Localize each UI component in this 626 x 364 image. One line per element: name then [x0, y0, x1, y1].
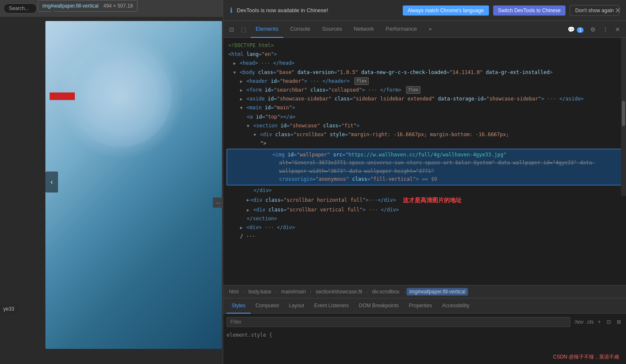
tab-properties[interactable]: Properties	[404, 298, 437, 314]
highlighted-img-element[interactable]: <img id="wallpaper" src="https://w.wallh…	[227, 149, 623, 185]
tree-line[interactable]: <a id="top"></a>	[225, 113, 624, 121]
filter-input[interactable]	[227, 317, 571, 327]
breadcrumb-item-html[interactable]: html	[227, 288, 241, 295]
tree-line[interactable]: <html lang="en">	[225, 50, 624, 59]
tooltip-selector: img#wallpaper.fill-vertical	[42, 3, 98, 9]
tab-computed[interactable]: Computed	[251, 298, 284, 314]
settings-icon: ⚙	[590, 26, 596, 33]
more-options-button[interactable]: ···	[213, 198, 223, 208]
tab-elements[interactable]: Elements	[251, 21, 283, 38]
messages-icon: 💬	[568, 26, 575, 33]
filter-cls[interactable]: .cls	[586, 319, 594, 325]
devtools-panel: ℹ DevTools is now available in Chinese! …	[223, 0, 626, 364]
filter-bar: :hov .cls + ⊡ ⊞	[227, 317, 623, 327]
element-tooltip: img#wallpaper.fill-vertical 494 × 507.18	[38, 0, 137, 12]
toggle-button-2[interactable]: ⊞	[615, 318, 623, 326]
tree-line[interactable]: ▼ <section id="showcase" class="fit">	[225, 121, 624, 130]
search-box[interactable]: Search...	[3, 3, 37, 13]
dont-show-again-button[interactable]: Don't show again	[570, 5, 619, 16]
device-icon: ⬚	[241, 26, 246, 33]
tab-event-listeners[interactable]: Event Listeners	[309, 298, 354, 314]
filter-controls: :hov .cls + ⊡ ⊞	[574, 318, 623, 326]
tree-line[interactable]: </div>	[225, 186, 624, 195]
breadcrumb-bar: html › body.base › main#main › section#s…	[223, 285, 626, 298]
tree-line[interactable]: ▶ <header id="header"> ··· </header> fle…	[225, 77, 624, 86]
html-tree[interactable]: <!DOCTYPE html> <html lang="en"> ▶ <head…	[223, 38, 626, 285]
doctype-comment: <!DOCTYPE html>	[228, 42, 274, 48]
tab-console[interactable]: Console	[285, 21, 315, 38]
tree-line[interactable]: <!DOCTYPE html>	[225, 41, 624, 50]
nav-prev-button[interactable]: ‹	[45, 171, 58, 193]
notification-bar: ℹ DevTools is now available in Chinese! …	[223, 0, 626, 21]
messages-badge: 1	[577, 27, 584, 33]
wallpaper-preview	[45, 21, 222, 349]
tab-performance[interactable]: Performance	[380, 21, 422, 38]
tree-line[interactable]: ">	[225, 139, 624, 148]
tree-line[interactable]: ▼ <body class="base" data-version="1.0.5…	[225, 68, 624, 77]
tree-line[interactable]: ▼ <div class="scrollbox" style="margin-r…	[225, 130, 624, 139]
breadcrumb-item-img[interactable]: img#wallpaper.fill-vertical	[407, 288, 468, 295]
notification-close-button[interactable]: ✕	[615, 6, 621, 15]
tree-scrollbar-thumb[interactable]	[622, 101, 625, 126]
breadcrumb-item-body[interactable]: body.base	[246, 288, 274, 295]
more-icon: ⋮	[602, 26, 608, 33]
element-style-text: element.style {	[227, 330, 623, 340]
breadcrumb-item-section[interactable]: section#showcase.fit	[313, 288, 365, 295]
csdn-watermark: CSDN @辣子不辣，英语不难	[553, 353, 619, 361]
tooltip-dimensions: 494 × 507.18	[103, 3, 133, 9]
tree-line[interactable]: ▶ <aside id="showcase-sidebar" class="si…	[225, 95, 624, 103]
breadcrumb-item-div[interactable]: div.scrollbox	[370, 288, 402, 295]
tree-line[interactable]: ▶ <head> ··· </head>	[225, 59, 624, 68]
close-icon: ✕	[615, 26, 620, 33]
red-bar-element	[50, 92, 75, 100]
device-toolbar-button[interactable]: ⬚	[238, 24, 249, 34]
messages-button[interactable]: 💬 1	[565, 24, 586, 34]
tree-line[interactable]: ▶ <div> ··· </div>	[225, 223, 624, 232]
app-container: Search... img#wallpaper.fill-vertical 49…	[0, 0, 626, 364]
html-tag: <html lang="en">	[228, 51, 277, 57]
info-icon: ℹ	[230, 6, 232, 14]
tab-layout[interactable]: Layout	[284, 298, 309, 314]
devtools-close-button[interactable]: ✕	[613, 24, 623, 34]
tab-styles[interactable]: Styles	[227, 298, 251, 314]
styles-tabs: Styles Computed Layout Event Listeners D…	[223, 298, 626, 314]
annotation-text: 这才是高清图片的地址	[403, 195, 462, 205]
settings-button[interactable]: ⚙	[588, 24, 598, 34]
filter-hov[interactable]: :hov	[574, 319, 584, 325]
toggle-button-1[interactable]: ⊡	[605, 318, 613, 326]
tree-line[interactable]: ▶ <div class="scrollbar vertical full"> …	[225, 206, 624, 214]
breadcrumb-item-main[interactable]: main#main	[279, 288, 309, 295]
notification-text: DevTools is now available in Chinese!	[237, 7, 399, 13]
tab-network[interactable]: Network	[349, 21, 379, 38]
tab-sources[interactable]: Sources	[317, 21, 347, 38]
devtools-header: ⊡ ⬚ Elements Console Sources Network Per…	[223, 21, 626, 38]
tree-line[interactable]: ▼ <main id="main">	[225, 103, 624, 112]
tree-line[interactable]: ▶ <form id="searchbar" class="collapsed"…	[225, 86, 624, 95]
tab-accessibility[interactable]: Accessibility	[437, 298, 474, 314]
more-menu-button[interactable]: ⋮	[600, 24, 611, 34]
browser-area: Search... img#wallpaper.fill-vertical 49…	[0, 0, 223, 364]
tab-dom-breakpoints[interactable]: DOM Breakpoints	[354, 298, 404, 314]
tree-line[interactable]: / ···	[225, 232, 624, 241]
add-style-button[interactable]: +	[596, 318, 602, 326]
switch-chinese-button[interactable]: Switch DevTools to Chinese	[493, 5, 566, 16]
tab-more[interactable]: »	[424, 21, 437, 38]
match-language-button[interactable]: Always match Chrome's language	[403, 5, 489, 16]
tree-line[interactable]: </section>	[225, 214, 624, 223]
inspect-icon: ⊡	[229, 26, 234, 33]
image-tag-label: ye33	[0, 304, 18, 314]
inspect-element-button[interactable]: ⊡	[227, 24, 237, 34]
tree-line[interactable]: ▶ <div class="scrollbar horizontal full"…	[225, 195, 624, 205]
tree-scrollbar[interactable]	[621, 38, 626, 196]
